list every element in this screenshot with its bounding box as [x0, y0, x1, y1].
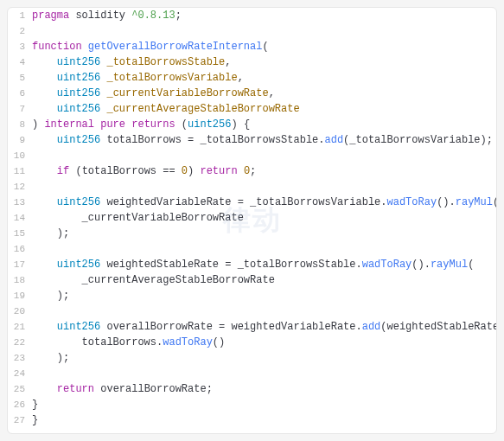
- code-line: 2: [8, 23, 496, 39]
- code-line: 15 );: [8, 226, 496, 241]
- code-content: [32, 366, 496, 381]
- line-number: 9: [8, 132, 32, 148]
- line-number: 13: [8, 195, 32, 210]
- code-line: 3function getOverallBorrowRateInternal(: [8, 39, 496, 54]
- line-number: 25: [8, 381, 32, 397]
- code-content: totalBorrows.wadToRay(): [32, 335, 496, 350]
- line-number: 12: [8, 179, 32, 195]
- line-number: 4: [8, 54, 32, 70]
- line-number: 1: [8, 8, 32, 23]
- line-number: 3: [8, 39, 32, 54]
- code-line: 23 );: [8, 350, 496, 366]
- code-line: 26}: [8, 397, 496, 412]
- code-line: 11 if (totalBorrows == 0) return 0;: [8, 163, 496, 179]
- code-content: uint256 weightedVariableRate = _totalBor…: [32, 195, 497, 210]
- code-content: uint256 _currentVariableBorrowRate,: [32, 86, 496, 101]
- line-number: 17: [8, 257, 32, 272]
- line-number: 27: [8, 412, 32, 428]
- code-line: 9 uint256 totalBorrows = _totalBorrowsSt…: [8, 132, 496, 148]
- code-content: [32, 23, 496, 39]
- code-line: 5 uint256 _totalBorrowsVariable,: [8, 70, 496, 86]
- code-content: );: [32, 226, 496, 241]
- line-number: 22: [8, 335, 32, 350]
- code-line: 10: [8, 148, 496, 163]
- code-content: _currentVariableBorrowRate: [32, 210, 496, 226]
- line-number: 5: [8, 70, 32, 86]
- code-content: if (totalBorrows == 0) return 0;: [32, 163, 496, 179]
- code-content: return overallBorrowRate;: [32, 381, 496, 397]
- line-number: 23: [8, 350, 32, 366]
- line-number: 10: [8, 148, 32, 163]
- code-line: 4 uint256 _totalBorrowsStable,: [8, 54, 496, 70]
- code-content: pragma solidity ^0.8.13;: [32, 8, 496, 23]
- line-number: 18: [8, 272, 32, 288]
- line-number: 15: [8, 226, 32, 241]
- code-line: 6 uint256 _currentVariableBorrowRate,: [8, 86, 496, 101]
- code-block: 律动 1pragma solidity ^0.8.13;23function g…: [7, 7, 497, 434]
- code-line: 1pragma solidity ^0.8.13;: [8, 8, 496, 23]
- line-number: 7: [8, 101, 32, 117]
- code-line: 22 totalBorrows.wadToRay(): [8, 335, 496, 350]
- line-number: 8: [8, 117, 32, 132]
- code-line: 19 );: [8, 288, 496, 304]
- line-number: 24: [8, 366, 32, 381]
- code-content: _currentAverageStableBorrowRate: [32, 272, 496, 288]
- line-number: 2: [8, 23, 32, 39]
- line-number: 11: [8, 163, 32, 179]
- code-content: );: [32, 288, 496, 304]
- code-content: [32, 179, 496, 195]
- line-number: 20: [8, 304, 32, 319]
- code-content: uint256 _currentAverageStableBorrowRate: [32, 101, 496, 117]
- code-line: 21 uint256 overallBorrowRate = weightedV…: [8, 319, 496, 335]
- code-line: 16: [8, 241, 496, 257]
- code-line: 12: [8, 179, 496, 195]
- line-number: 26: [8, 397, 32, 412]
- code-line: 8) internal pure returns (uint256) {: [8, 117, 496, 132]
- code-content: );: [32, 350, 496, 366]
- code-line: 24: [8, 366, 496, 381]
- code-line: 27}: [8, 412, 496, 428]
- code-lines-container: 1pragma solidity ^0.8.13;23function getO…: [8, 8, 496, 428]
- line-number: 6: [8, 86, 32, 101]
- code-line: 18 _currentAverageStableBorrowRate: [8, 272, 496, 288]
- code-content: ) internal pure returns (uint256) {: [32, 117, 496, 132]
- code-line: 14 _currentVariableBorrowRate: [8, 210, 496, 226]
- code-content: uint256 totalBorrows = _totalBorrowsStab…: [32, 132, 496, 148]
- code-content: uint256 weightedStableRate = _totalBorro…: [32, 257, 496, 272]
- code-content: [32, 148, 496, 163]
- line-number: 16: [8, 241, 32, 257]
- code-content: }: [32, 397, 496, 412]
- code-content: uint256 overallBorrowRate = weightedVari…: [32, 319, 497, 335]
- code-content: [32, 304, 496, 319]
- line-number: 19: [8, 288, 32, 304]
- code-line: 25 return overallBorrowRate;: [8, 381, 496, 397]
- code-content: uint256 _totalBorrowsStable,: [32, 54, 496, 70]
- code-line: 20: [8, 304, 496, 319]
- code-content: uint256 _totalBorrowsVariable,: [32, 70, 496, 86]
- line-number: 21: [8, 319, 32, 335]
- code-content: }: [32, 412, 496, 428]
- code-line: 17 uint256 weightedStableRate = _totalBo…: [8, 257, 496, 272]
- line-number: 14: [8, 210, 32, 226]
- code-content: function getOverallBorrowRateInternal(: [32, 39, 496, 54]
- code-content: [32, 241, 496, 257]
- code-line: 13 uint256 weightedVariableRate = _total…: [8, 195, 496, 210]
- code-line: 7 uint256 _currentAverageStableBorrowRat…: [8, 101, 496, 117]
